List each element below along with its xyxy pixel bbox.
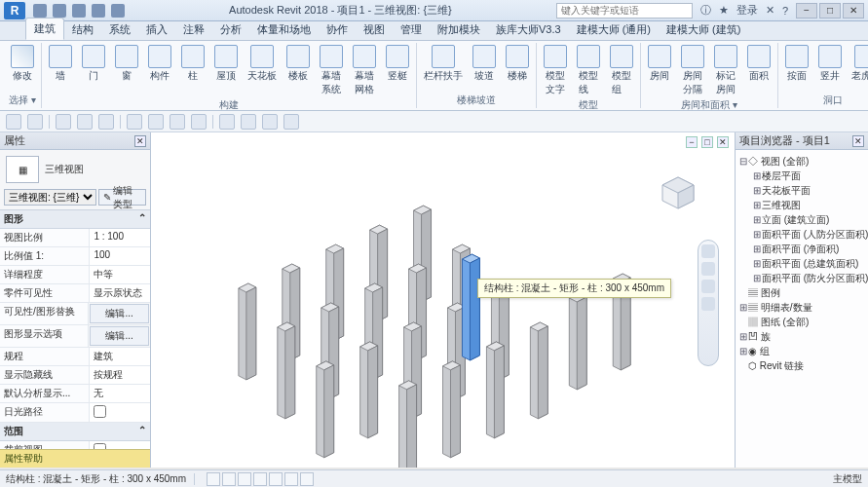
zoom-icon[interactable]: [701, 280, 715, 293]
area-button[interactable]: 面积: [744, 43, 774, 85]
prop-cat-extents[interactable]: 范围⌃: [0, 423, 150, 441]
help-search-input[interactable]: [556, 3, 693, 19]
tab-structure[interactable]: 结构: [64, 19, 101, 40]
app-badge[interactable]: R: [4, 2, 25, 19]
edit-type-button[interactable]: ✎编辑类型: [98, 189, 146, 206]
vg-edit-button[interactable]: 编辑...: [90, 304, 149, 323]
star-icon[interactable]: ★: [719, 4, 729, 17]
tree-toggle[interactable]: ⊞: [737, 300, 748, 315]
tree-toggle[interactable]: [737, 315, 748, 329]
tree-toggle[interactable]: [737, 358, 748, 373]
curtain-grid-button[interactable]: 幕墙 网格: [350, 43, 379, 98]
qat-redo-icon[interactable]: [92, 4, 105, 18]
qat-print-icon[interactable]: [111, 4, 125, 18]
mullion-button[interactable]: 竖梃: [383, 43, 412, 85]
tab-plugin3[interactable]: 建模大师 (建筑): [659, 19, 748, 40]
tree-toggle[interactable]: ⊞: [751, 212, 762, 227]
opt-icon[interactable]: [127, 114, 142, 130]
steering-wheel-icon[interactable]: [701, 244, 715, 258]
sunpath-checkbox[interactable]: [94, 405, 106, 418]
room-sep-button[interactable]: 房间 分隔: [678, 43, 707, 98]
tree-toggle[interactable]: ⊟: [737, 154, 748, 169]
ramp-button[interactable]: 坡道: [470, 43, 499, 85]
opt-icon[interactable]: [241, 114, 256, 130]
pan-icon[interactable]: [701, 262, 715, 276]
opt-icon[interactable]: [148, 114, 164, 130]
tree-toggle[interactable]: ⊞: [751, 256, 762, 271]
component-button[interactable]: 构件: [145, 43, 174, 85]
properties-help-link[interactable]: 属性帮助: [0, 449, 150, 468]
qat-save-icon[interactable]: [53, 4, 66, 18]
family-type-dropdown[interactable]: 三维视图: {三维}: [4, 189, 96, 206]
dormer-button[interactable]: 老虎窗: [849, 43, 868, 85]
minimize-button[interactable]: −: [796, 3, 817, 19]
tab-systems[interactable]: 系统: [101, 19, 138, 40]
properties-close-icon[interactable]: ✕: [134, 135, 146, 147]
help-icon[interactable]: ?: [782, 5, 788, 17]
tab-view[interactable]: 视图: [356, 19, 393, 40]
infocenter-icon[interactable]: ⓘ: [700, 3, 711, 18]
roof-button[interactable]: 屋顶: [211, 43, 241, 85]
opt-icon[interactable]: [283, 114, 299, 130]
room-button[interactable]: 房间: [645, 43, 674, 85]
visual-style-icon[interactable]: [238, 472, 251, 486]
tree-toggle[interactable]: ⊞: [751, 271, 762, 285]
modify-button[interactable]: 修改: [8, 43, 37, 85]
tab-collab[interactable]: 协作: [319, 19, 356, 40]
column-button[interactable]: 柱: [178, 43, 208, 85]
tree-toggle[interactable]: ⊞: [751, 242, 762, 256]
model-group-button[interactable]: 模型 组: [607, 43, 636, 98]
sunpath-icon[interactable]: [253, 472, 267, 486]
qat-undo-icon[interactable]: [72, 4, 86, 18]
by-face-button[interactable]: 按面: [782, 43, 811, 85]
close-button[interactable]: ✕: [843, 3, 864, 19]
model-text-button[interactable]: 模型 文字: [541, 43, 570, 98]
scale-icon[interactable]: [207, 472, 220, 486]
view-cube[interactable]: [657, 171, 699, 214]
tab-massing[interactable]: 体量和场地: [249, 19, 319, 40]
qat-open-icon[interactable]: [33, 4, 47, 18]
tab-plugin2[interactable]: 建模大师 (通用): [569, 19, 659, 40]
hide-icon[interactable]: [300, 472, 314, 486]
shadows-icon[interactable]: [269, 472, 283, 486]
tree-toggle[interactable]: ⊞: [751, 227, 762, 242]
maximize-button[interactable]: □: [819, 3, 841, 19]
tree-toggle[interactable]: ⊞: [751, 198, 762, 212]
door-button[interactable]: 门: [79, 43, 108, 85]
properties-grid[interactable]: 图形⌃ 视图比例1 : 100 比例值 1:100 详细程度中等 零件可见性显示…: [0, 209, 150, 449]
exchange-icon[interactable]: ✕: [766, 4, 774, 17]
tree-toggle[interactable]: ⊞: [737, 344, 748, 358]
detail-icon[interactable]: [222, 472, 236, 486]
shaft-button[interactable]: 竖井: [815, 43, 845, 85]
tree-toggle[interactable]: ⊞: [737, 329, 748, 344]
window-button[interactable]: 窗: [112, 43, 141, 85]
tab-addins[interactable]: 附加模块: [430, 19, 488, 40]
tab-insert[interactable]: 插入: [138, 19, 175, 40]
tab-analyze[interactable]: 分析: [212, 19, 249, 40]
drawing-canvas[interactable]: − □ ✕ 结构柱 : 混凝: [151, 132, 736, 468]
opt-icon[interactable]: [262, 114, 278, 130]
opt-icon[interactable]: [219, 114, 235, 130]
model-line-button[interactable]: 模型 线: [574, 43, 603, 98]
tree-toggle[interactable]: [737, 285, 748, 300]
project-tree[interactable]: ⊟◇ 视图 (全部) ⊞楼层平面 ⊞天花板平面 ⊞三维视图 ⊞立面 (建筑立面)…: [736, 150, 868, 468]
opt-icon[interactable]: [56, 114, 71, 130]
ceiling-button[interactable]: 天花板: [245, 43, 280, 85]
opt-icon[interactable]: [191, 114, 207, 130]
floor-button[interactable]: 楼板: [283, 43, 313, 85]
opt-icon[interactable]: [170, 114, 185, 130]
model-viewport[interactable]: [151, 132, 735, 468]
crop-icon[interactable]: [284, 472, 298, 486]
tab-annotate[interactable]: 注释: [175, 19, 212, 40]
opt-icon[interactable]: [77, 114, 93, 130]
tab-manage[interactable]: 管理: [393, 19, 430, 40]
opt-icon[interactable]: [6, 114, 21, 130]
stair-button[interactable]: 楼梯: [503, 43, 532, 85]
tab-plugin1[interactable]: 族库大师V3.3: [488, 19, 569, 40]
tree-toggle[interactable]: ⊞: [751, 169, 762, 183]
disp-edit-button[interactable]: 编辑...: [90, 326, 149, 346]
curtain-system-button[interactable]: 幕墙 系统: [317, 43, 346, 98]
tab-architecture[interactable]: 建筑: [25, 18, 64, 40]
navigation-bar[interactable]: [698, 240, 719, 366]
browser-close-icon[interactable]: ✕: [852, 135, 864, 147]
